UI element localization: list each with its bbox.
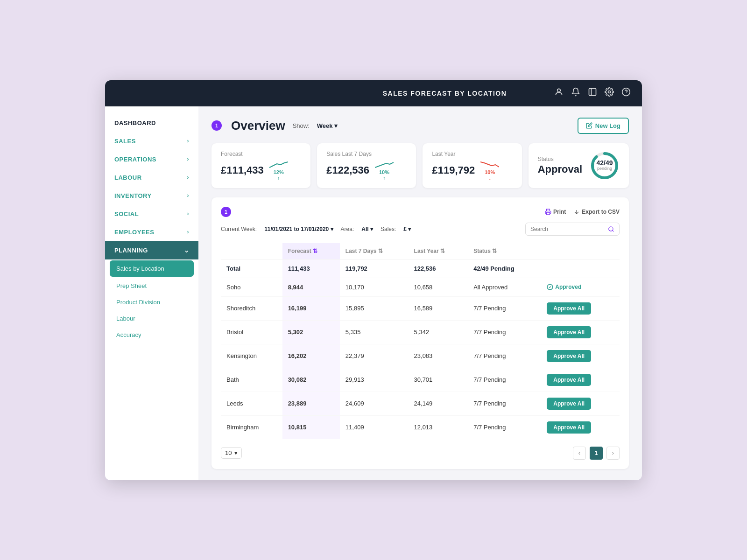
cell-forecast: 16,202 [282,344,340,368]
cell-forecast: 16,199 [282,296,340,320]
cell-action[interactable]: Approve All [541,344,620,368]
gear-icon[interactable] [605,87,614,99]
cell-action[interactable]: Approve All [541,368,620,392]
table-row: Total111,433119,792122,53642/49 Pending [221,259,620,278]
tablet-icon[interactable] [588,87,597,99]
svg-point-3 [608,91,611,93]
svg-line-11 [613,230,614,231]
sidebar-planning-label: PLANNING [114,247,148,254]
sidebar-item-label: EMPLOYEES [114,229,154,236]
sales-dropdown[interactable]: £ ▾ [403,226,411,232]
stat-card-last7days: Sales Last 7 Days £122,536 10% ↑ [317,143,416,188]
cell-action[interactable]: Approve All [541,320,620,344]
sidebar-sub-item-accuracy[interactable]: Accuracy [105,327,198,343]
sidebar-item-sales[interactable]: SALES › [105,132,198,150]
col-header-location [221,243,282,259]
sidebar-sub-item-sales-by-location[interactable]: Sales by Location [110,260,194,277]
sidebar-item-social[interactable]: SOCIAL › [105,205,198,223]
stat-lastyear-value: £119,792 [432,164,475,176]
user-icon[interactable] [554,87,564,99]
app-window: SALES FORECAST BY LOCATION DASHBOARD [105,80,642,480]
cell-forecast: 23,889 [282,392,340,415]
approve-all-button[interactable]: Approve All [547,350,591,362]
approve-all-button[interactable]: Approve All [547,398,591,410]
sidebar-item-inventory[interactable]: INVENTORY › [105,187,198,205]
cell-forecast: 8,944 [282,278,340,296]
sidebar-item-label: SOCIAL [114,210,139,217]
cell-lastyear: 30,701 [409,368,468,392]
approve-all-button[interactable]: Approve All [547,421,591,434]
data-table: Forecast ⇅ Last 7 Days ⇅ Last Year ⇅ [221,243,620,439]
content-area: 1 Overview Show: Week ▾ New Log For [198,106,642,480]
col-header-status[interactable]: Status ⇅ [468,243,541,259]
cell-location: Bristol [221,320,282,344]
table-controls: Current Week: 11/01/2021 to 17/01/2020 ▾… [221,223,620,236]
search-input[interactable] [530,226,605,232]
cell-location: Bath [221,368,282,392]
page-size-value: 10 [225,449,232,456]
approve-all-button[interactable]: Approve All [547,374,591,386]
show-week-dropdown[interactable]: Week ▾ [317,122,338,129]
stat-last7days-value: £122,536 [326,164,369,176]
page-size-select[interactable]: 10 ▾ [221,447,242,459]
help-icon[interactable] [621,87,631,99]
overview-left: 1 Overview Show: Week ▾ [211,119,338,133]
approved-badge: Approved [547,284,614,290]
print-button[interactable]: Print [545,209,566,215]
approve-all-button[interactable]: Approve All [547,302,591,315]
new-log-button[interactable]: New Log [578,118,629,134]
col-header-last7days[interactable]: Last 7 Days ⇅ [340,243,409,259]
col-header-forecast[interactable]: Forecast ⇅ [282,243,340,259]
stat-forecast-trend: 12% ↑ [269,160,288,181]
export-button[interactable]: Export to CSV [573,209,620,215]
chevron-right-icon: › [187,156,190,162]
cell-action[interactable]: Approve All [541,392,620,415]
cell-lastyear: 5,342 [409,320,468,344]
col-header-lastyear[interactable]: Last Year ⇅ [409,243,468,259]
stat-last7days-trend: 10% ↑ [375,160,394,181]
search-box[interactable] [525,223,620,236]
area-dropdown[interactable]: All ▾ [361,226,373,232]
cell-action[interactable]: Approve All [541,296,620,320]
stat-card-lastyear: Last Year £119,792 10% ↓ [423,143,521,188]
stat-card-forecast: Forecast £111,433 12% ↑ [211,143,310,188]
prev-page-button[interactable]: ‹ [573,447,586,460]
sort-icon: ⇅ [440,248,445,254]
table-row: Birmingham10,81511,40912,0137/7 PendingA… [221,415,620,439]
current-week-dropdown[interactable]: 11/01/2021 to 17/01/2020 ▾ [264,226,333,232]
sidebar-item-labour[interactable]: LABOUR › [105,168,198,187]
sidebar-item-operations[interactable]: OPERATIONS › [105,150,198,168]
donut-center: 42/49 pending [596,160,613,171]
sidebar-sub-item-prep-sheet[interactable]: Prep Sheet [105,278,198,294]
next-page-button[interactable]: › [606,447,620,460]
current-page[interactable]: 1 [590,447,603,460]
sidebar-item-label: LABOUR [114,174,142,181]
table-section: 1 Print Export to CSV [211,197,629,469]
export-label: Export to CSV [582,209,620,215]
cell-last7days: 11,409 [340,415,409,439]
sidebar-sub-item-product-division[interactable]: Product Division [105,294,198,310]
cell-location: Birmingham [221,415,282,439]
bell-icon[interactable] [571,87,580,99]
topbar-icons [554,87,631,99]
cell-action [541,259,620,278]
pagination-row: 10 ▾ ‹ 1 › [221,447,620,460]
cell-action[interactable]: Approved [541,278,620,296]
sidebar-item-dashboard[interactable]: DASHBOARD [105,114,198,132]
table-row: Kensington16,20222,37923,0837/7 PendingA… [221,344,620,368]
main-layout: DASHBOARD SALES › OPERATIONS › LABOUR › … [105,106,642,480]
cell-location: Leeds [221,392,282,415]
table-actions: Print Export to CSV [545,209,620,215]
sidebar-sub-item-labour[interactable]: Labour [105,310,198,327]
cell-location: Total [221,259,282,278]
sidebar-item-planning[interactable]: PLANNING ⌄ [105,241,198,259]
sidebar: DASHBOARD SALES › OPERATIONS › LABOUR › … [105,106,198,480]
overview-title: Overview [231,119,285,133]
sidebar-item-employees[interactable]: EMPLOYEES › [105,223,198,241]
cell-status: 7/7 Pending [468,392,541,415]
sort-icon: ⇅ [378,248,383,254]
sidebar-planning-subitems: Sales by Location Prep Sheet Product Div… [105,260,198,343]
cell-status: 7/7 Pending [468,320,541,344]
approve-all-button[interactable]: Approve All [547,326,591,338]
cell-action[interactable]: Approve All [541,415,620,439]
